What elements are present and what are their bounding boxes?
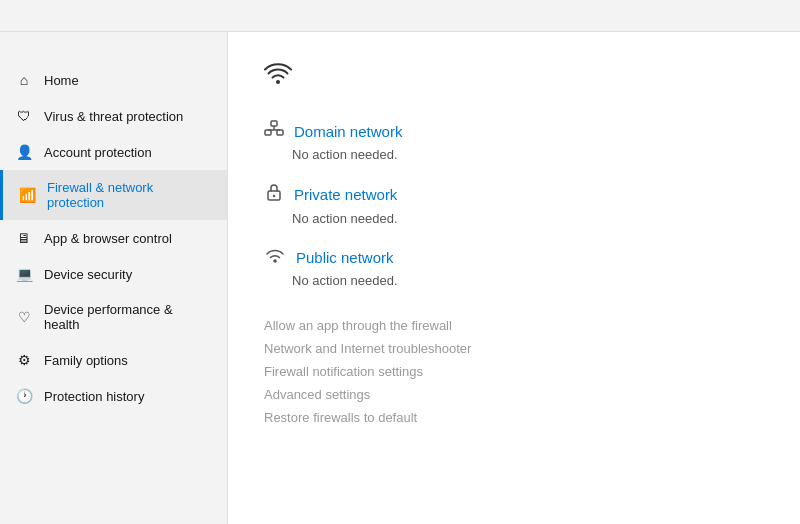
extra-links-section: Allow an app through the firewallNetwork… — [264, 308, 764, 425]
svg-point-0 — [276, 80, 280, 84]
sidebar-item-app[interactable]: 🖥App & browser control — [0, 220, 227, 256]
private-network-status: No action needed. — [292, 211, 764, 226]
main-container: ⌂Home🛡Virus & threat protection👤Account … — [0, 32, 800, 524]
sidebar-header — [0, 32, 227, 52]
firewall-icon: 📶 — [19, 187, 35, 203]
private-network-icon — [264, 182, 284, 207]
app-icon: 🖥 — [16, 230, 32, 246]
network-link-private: Private network — [264, 182, 764, 207]
sidebar-item-performance[interactable]: ♡Device performance & health — [0, 292, 227, 342]
domain-network-icon — [264, 120, 284, 143]
home-label: Home — [44, 73, 79, 88]
virus-label: Virus & threat protection — [44, 109, 183, 124]
firewall-header-icon — [264, 62, 292, 92]
title-bar — [0, 0, 800, 32]
network-link-public: Public network — [264, 246, 764, 269]
sidebar-item-virus[interactable]: 🛡Virus & threat protection — [0, 98, 227, 134]
account-label: Account protection — [44, 145, 152, 160]
sidebar-item-account[interactable]: 👤Account protection — [0, 134, 227, 170]
networks-container: Domain networkNo action needed.Private n… — [264, 120, 764, 288]
extra-link-1[interactable]: Network and Internet troubleshooter — [264, 341, 764, 356]
extra-link-3[interactable]: Advanced settings — [264, 387, 764, 402]
page-header — [264, 62, 764, 92]
family-icon: ⚙ — [16, 352, 32, 368]
content-area: Domain networkNo action needed.Private n… — [228, 32, 800, 524]
firewall-label: Firewall & network protection — [47, 180, 211, 210]
private-network-title[interactable]: Private network — [294, 186, 397, 203]
public-network-status: No action needed. — [292, 273, 764, 288]
device-label: Device security — [44, 267, 132, 282]
virus-icon: 🛡 — [16, 108, 32, 124]
extra-link-2[interactable]: Firewall notification settings — [264, 364, 764, 379]
public-network-title[interactable]: Public network — [296, 249, 394, 266]
history-icon: 🕐 — [16, 388, 32, 404]
extra-link-0[interactable]: Allow an app through the firewall — [264, 318, 764, 333]
performance-icon: ♡ — [16, 309, 32, 325]
device-icon: 💻 — [16, 266, 32, 282]
account-icon: 👤 — [16, 144, 32, 160]
svg-point-8 — [273, 259, 277, 263]
sidebar-item-family[interactable]: ⚙Family options — [0, 342, 227, 378]
domain-network-title[interactable]: Domain network — [294, 123, 402, 140]
public-network-icon — [264, 246, 286, 269]
home-icon: ⌂ — [16, 72, 32, 88]
network-section-private: Private networkNo action needed. — [264, 182, 764, 226]
sidebar-item-history[interactable]: 🕐Protection history — [0, 378, 227, 414]
sidebar-item-device[interactable]: 💻Device security — [0, 256, 227, 292]
domain-network-status: No action needed. — [292, 147, 764, 162]
sidebar-item-home[interactable]: ⌂Home — [0, 62, 227, 98]
family-label: Family options — [44, 353, 128, 368]
app-label: App & browser control — [44, 231, 172, 246]
sidebar-item-firewall[interactable]: 📶Firewall & network protection — [0, 170, 227, 220]
network-section-public: Public networkNo action needed. — [264, 246, 764, 288]
svg-point-7 — [273, 195, 275, 197]
history-label: Protection history — [44, 389, 144, 404]
sidebar-nav: ⌂Home🛡Virus & threat protection👤Account … — [0, 62, 227, 414]
svg-rect-1 — [271, 121, 277, 126]
sidebar: ⌂Home🛡Virus & threat protection👤Account … — [0, 32, 228, 524]
performance-label: Device performance & health — [44, 302, 211, 332]
extra-link-4[interactable]: Restore firewalls to default — [264, 410, 764, 425]
network-link-domain: Domain network — [264, 120, 764, 143]
network-section-domain: Domain networkNo action needed. — [264, 120, 764, 162]
